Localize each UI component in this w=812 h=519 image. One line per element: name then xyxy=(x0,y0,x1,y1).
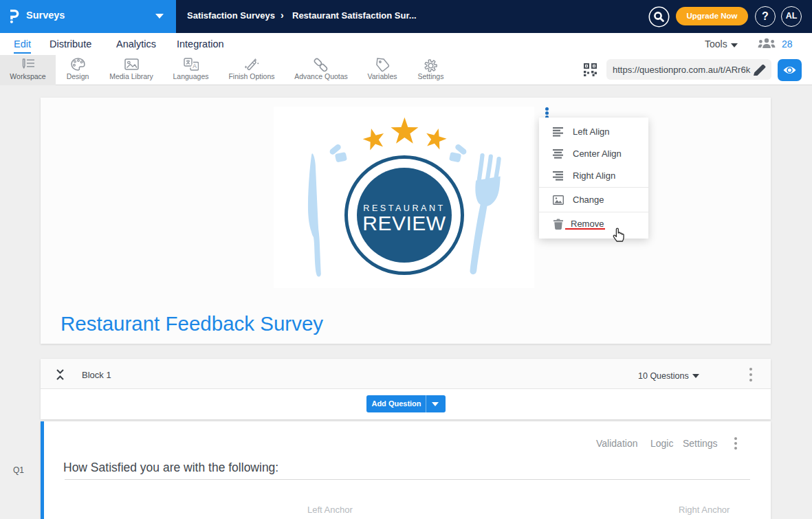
svg-text:REVIEW: REVIEW xyxy=(362,212,446,234)
svg-text:A: A xyxy=(193,63,197,69)
